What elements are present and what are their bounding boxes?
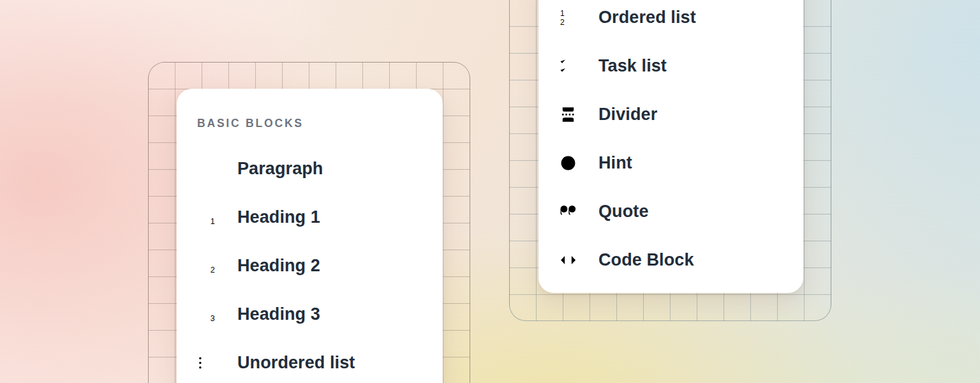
- menu-item-label: Divider: [598, 105, 657, 124]
- menu-item-heading-2[interactable]: Heading 2: [197, 241, 443, 290]
- menu-item-label: Task list: [598, 56, 667, 76]
- divider-icon: [558, 105, 578, 124]
- basic-blocks-list: ParagraphHeading 1Heading 2Heading 3Unor…: [197, 144, 443, 383]
- task-list-icon: [558, 56, 578, 76]
- paragraph-icon: [197, 159, 217, 179]
- menu-item-label: Heading 3: [237, 304, 320, 324]
- menu-item-heading-3[interactable]: Heading 3: [197, 290, 443, 338]
- more-blocks-list: Ordered listTask listDividerHintQuoteCod…: [558, 0, 803, 284]
- quote-icon: [558, 202, 578, 222]
- menu-item-ordered-list[interactable]: Ordered list: [558, 0, 803, 41]
- menu-item-unordered-list[interactable]: Unordered list: [197, 338, 443, 383]
- heading-1-icon: [197, 207, 217, 227]
- hint-icon: [558, 153, 578, 173]
- menu-item-label: Paragraph: [237, 159, 323, 179]
- code-block-icon: [558, 250, 578, 270]
- menu-item-label: Heading 1: [237, 207, 320, 227]
- editor-blocks-illustration: BASIC BLOCKS ParagraphHeading 1Heading 2…: [0, 0, 980, 383]
- menu-item-label: Heading 2: [237, 256, 320, 276]
- menu-item-heading-1[interactable]: Heading 1: [197, 193, 443, 241]
- basic-blocks-header: BASIC BLOCKS: [197, 117, 443, 130]
- menu-item-task-list[interactable]: Task list: [558, 41, 803, 90]
- menu-item-label: Code Block: [598, 250, 694, 270]
- menu-item-label: Hint: [598, 153, 632, 173]
- menu-item-divider[interactable]: Divider: [558, 90, 803, 139]
- menu-item-label: Quote: [598, 202, 649, 222]
- heading-3-icon: [197, 304, 217, 324]
- basic-blocks-menu: BASIC BLOCKS ParagraphHeading 1Heading 2…: [177, 89, 443, 383]
- menu-item-paragraph[interactable]: Paragraph: [197, 144, 443, 193]
- more-blocks-menu: Ordered listTask listDividerHintQuoteCod…: [538, 0, 803, 293]
- menu-item-quote[interactable]: Quote: [558, 187, 803, 236]
- menu-item-hint[interactable]: Hint: [558, 139, 803, 187]
- menu-item-label: Unordered list: [237, 353, 355, 373]
- menu-item-code-block[interactable]: Code Block: [558, 236, 803, 284]
- unordered-list-icon: [197, 353, 217, 373]
- heading-2-icon: [197, 256, 217, 276]
- menu-item-label: Ordered list: [598, 8, 696, 27]
- ordered-list-icon: [558, 8, 578, 27]
